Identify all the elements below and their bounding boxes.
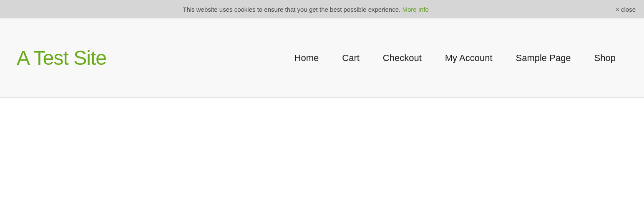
cookie-more-info-link[interactable]: More Info (402, 6, 428, 13)
nav-link-cart[interactable]: Cart (342, 53, 360, 63)
nav-item-shop[interactable]: Shop (583, 53, 627, 64)
nav-item-my-account[interactable]: My Account (433, 53, 504, 64)
main-content (0, 98, 644, 206)
cookie-close-button[interactable]: × close (603, 6, 636, 13)
cookie-message-text: This website uses cookies to ensure that… (183, 6, 400, 13)
nav-item-checkout[interactable]: Checkout (371, 53, 433, 64)
cookie-message: This website uses cookies to ensure that… (8, 6, 603, 13)
nav-item-cart[interactable]: Cart (330, 53, 371, 64)
site-title: A Test Site (17, 46, 106, 69)
nav-link-my-account[interactable]: My Account (445, 53, 493, 63)
main-navigation: Home Cart Checkout My Account Sample Pag… (283, 53, 627, 64)
nav-link-sample-page[interactable]: Sample Page (516, 53, 571, 63)
nav-menu: Home Cart Checkout My Account Sample Pag… (283, 53, 627, 64)
nav-item-home[interactable]: Home (283, 53, 331, 64)
nav-link-checkout[interactable]: Checkout (383, 53, 422, 63)
nav-item-sample-page[interactable]: Sample Page (504, 53, 583, 64)
cookie-banner: This website uses cookies to ensure that… (0, 0, 644, 18)
nav-link-home[interactable]: Home (294, 53, 319, 63)
site-header: A Test Site Home Cart Checkout My Accoun… (0, 18, 644, 98)
nav-link-shop[interactable]: Shop (594, 53, 616, 63)
